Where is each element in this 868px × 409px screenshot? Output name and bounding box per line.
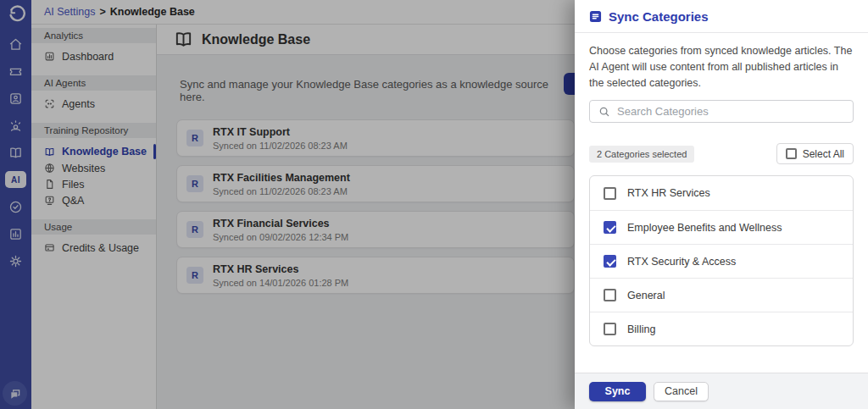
selected-count-badge: 2 Categories selected (589, 146, 694, 163)
modal-titlebar: Sync Categories (575, 0, 868, 33)
category-label: RTX Security & Access (627, 256, 736, 268)
modal-footer: Sync Cancel (575, 373, 868, 409)
modal-title: Sync Categories (609, 9, 709, 24)
search-categories-box (589, 100, 854, 123)
select-all-checkbox[interactable] (786, 148, 797, 159)
category-label: Employee Benefits and Wellness (627, 222, 782, 234)
select-all-label: Select All (803, 148, 844, 160)
app-screen: AI AI Settings > Knowledge Base Analytic… (0, 0, 868, 409)
category-checkbox[interactable] (604, 323, 616, 335)
category-checkbox[interactable] (604, 289, 616, 301)
modal-overlay-scrim[interactable] (0, 0, 575, 409)
category-row-billing[interactable]: Billing (590, 312, 853, 345)
category-row-general[interactable]: General (590, 278, 853, 312)
category-row-employee-benefits[interactable]: Employee Benefits and Wellness (590, 210, 853, 244)
modal-description: Choose categories from synced knowledge … (589, 43, 854, 91)
sync-button[interactable]: Sync (589, 382, 646, 401)
category-list: RTX HR Services Employee Benefits and We… (589, 175, 854, 346)
select-all-button[interactable]: Select All (776, 143, 854, 164)
cancel-button[interactable]: Cancel (654, 382, 709, 401)
search-icon (598, 106, 610, 118)
category-checkbox[interactable] (604, 255, 616, 268)
category-row-rtx-security-access[interactable]: RTX Security & Access (590, 244, 853, 278)
search-categories-input[interactable] (617, 105, 853, 118)
category-label: General (627, 290, 665, 301)
category-checkbox[interactable] (604, 221, 616, 234)
category-row-rtx-hr-services[interactable]: RTX HR Services (590, 176, 853, 210)
category-checkbox[interactable] (604, 187, 616, 200)
categories-list-icon (589, 10, 602, 23)
category-label: RTX HR Services (627, 187, 710, 199)
sync-categories-modal: Sync Categories Choose categories from s… (575, 0, 868, 409)
category-label: Billing (627, 323, 655, 335)
